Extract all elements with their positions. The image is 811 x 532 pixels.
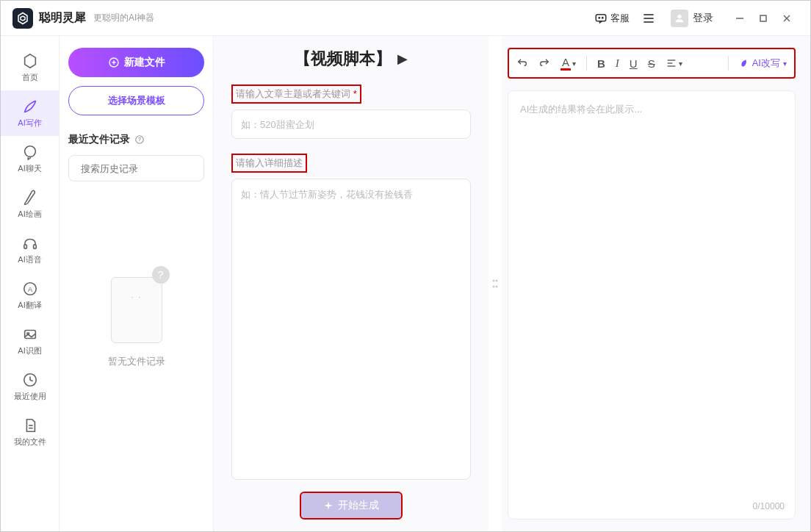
minimize-button[interactable] — [728, 7, 751, 30]
sidebar-item-label: AI翻译 — [18, 300, 41, 311]
sidebar-item-label: 首页 — [22, 72, 38, 83]
bold-button[interactable]: B — [597, 57, 605, 70]
resize-handle[interactable] — [489, 36, 502, 531]
clock-icon — [22, 372, 38, 388]
toolbar-divider — [728, 56, 729, 71]
image-icon — [22, 326, 38, 342]
sidebar-item-paint[interactable]: AI绘画 — [1, 181, 59, 227]
pen-icon — [22, 98, 38, 115]
chat-icon — [594, 12, 608, 25]
svg-point-29 — [496, 280, 498, 282]
underline-button[interactable]: U — [630, 57, 638, 70]
redo-icon — [538, 57, 550, 69]
avatar-icon — [671, 10, 688, 27]
page-title: 【视频脚本】 — [295, 48, 392, 70]
topic-input[interactable] — [231, 109, 471, 139]
generate-label: 开始生成 — [338, 499, 379, 512]
svg-point-30 — [493, 286, 495, 288]
sidebar-item-label: AI聊天 — [18, 163, 41, 174]
sidebar: 首页 AI写作 AI聊天 AI绘画 AI语音 A AI翻译 AI识图 最近使用 — [1, 36, 60, 531]
sidebar-item-files[interactable]: 我的文件 — [1, 409, 59, 455]
brush-icon — [22, 190, 38, 206]
sidebar-item-label: AI识图 — [18, 345, 41, 356]
close-icon — [782, 13, 792, 24]
menu-button[interactable] — [641, 11, 659, 26]
ai-rewrite-label: AI改写 — [752, 57, 780, 70]
align-button[interactable]: ▾ — [666, 57, 682, 69]
svg-rect-8 — [760, 15, 766, 21]
output-placeholder: AI生成的结果将会在此展示... — [520, 103, 783, 116]
italic-button[interactable]: I — [616, 57, 619, 70]
svg-point-1 — [599, 17, 600, 18]
file-panel: 新建文件 选择场景模板 最近文件记录 ? ˙ ˙ ? 暂无文件记录 — [60, 36, 214, 531]
app-title: 聪明灵犀 — [39, 10, 86, 26]
description-textarea[interactable] — [231, 179, 471, 480]
undo-icon — [516, 57, 528, 69]
output-area[interactable]: AI生成的结果将会在此展示... 0/10000 — [508, 90, 796, 520]
recent-files-header: 最近文件记录 ? — [68, 133, 204, 146]
svg-point-2 — [602, 17, 604, 18]
search-box[interactable] — [68, 155, 204, 181]
template-label: 选择场景模板 — [108, 95, 165, 106]
topic-label: 请输入文章主题或者关键词 * — [231, 85, 361, 104]
titlebar: 聪明灵犀 更聪明的AI神器 客服 登录 — [1, 1, 810, 36]
strikethrough-button[interactable]: S — [648, 57, 655, 70]
toolbar-divider — [586, 56, 587, 71]
page-title-row: 【视频脚本】 ▶ — [231, 48, 471, 70]
undo-button[interactable] — [516, 57, 528, 69]
editor-toolbar: A▾ B I U S ▾ AI改写▾ — [508, 48, 796, 79]
sidebar-item-chat[interactable]: AI聊天 — [1, 136, 59, 181]
svg-rect-13 — [33, 244, 36, 248]
plus-icon — [108, 57, 120, 68]
recent-files-title: 最近文件记录 — [68, 133, 130, 146]
center-panel: 【视频脚本】 ▶ 请输入文章主题或者关键词 * 请输入详细描述 开始生成 — [214, 36, 489, 531]
svg-text:?: ? — [138, 137, 141, 142]
app-logo — [12, 8, 33, 29]
new-file-label: 新建文件 — [124, 56, 165, 69]
svg-point-28 — [493, 280, 495, 282]
search-input[interactable] — [81, 163, 204, 174]
sidebar-item-label: 我的文件 — [14, 436, 46, 447]
svg-rect-12 — [24, 244, 26, 248]
empty-illustration: ˙ ˙ ? — [107, 270, 166, 343]
svg-rect-0 — [596, 14, 606, 21]
minimize-icon — [735, 13, 745, 24]
sidebar-item-label: AI绘画 — [18, 209, 41, 220]
sidebar-item-translate[interactable]: A AI翻译 — [1, 273, 59, 318]
sidebar-item-label: 最近使用 — [14, 391, 46, 402]
leaf-icon — [739, 58, 749, 68]
template-button[interactable]: 选择场景模板 — [68, 86, 204, 115]
sidebar-item-label: AI写作 — [18, 118, 41, 129]
sparkle-icon — [323, 500, 334, 511]
maximize-icon — [758, 13, 768, 24]
ai-rewrite-button[interactable]: AI改写▾ — [739, 57, 787, 70]
sidebar-item-recent[interactable]: 最近使用 — [1, 364, 59, 409]
svg-point-6 — [677, 14, 681, 18]
text-color-label: A — [561, 56, 571, 71]
grip-icon — [491, 276, 499, 291]
play-icon[interactable]: ▶ — [397, 51, 408, 67]
home-icon — [22, 53, 38, 69]
empty-state: ˙ ˙ ? 暂无文件记录 — [68, 270, 204, 368]
sidebar-item-label: AI语音 — [18, 254, 41, 265]
sidebar-item-voice[interactable]: AI语音 — [1, 227, 59, 273]
text-color-button[interactable]: A▾ — [561, 56, 576, 71]
help-icon[interactable]: ? — [134, 134, 145, 145]
generate-button[interactable]: 开始生成 — [300, 492, 403, 520]
login-button[interactable]: 登录 — [671, 10, 713, 27]
desc-label: 请输入详细描述 — [231, 154, 307, 173]
close-button[interactable] — [775, 7, 799, 30]
translate-icon: A — [22, 281, 38, 297]
topic-label-text: 请输入文章主题或者关键词 — [236, 88, 350, 99]
support-label: 客服 — [610, 12, 630, 25]
redo-button[interactable] — [538, 57, 550, 69]
support-button[interactable]: 客服 — [594, 12, 630, 25]
char-count: 0/10000 — [753, 501, 785, 511]
sidebar-item-home[interactable]: 首页 — [1, 45, 59, 90]
app-subtitle: 更聪明的AI神器 — [93, 12, 154, 24]
maximize-button[interactable] — [751, 7, 775, 30]
sidebar-item-image[interactable]: AI识图 — [1, 318, 59, 364]
sidebar-item-writing[interactable]: AI写作 — [1, 90, 59, 136]
new-file-button[interactable]: 新建文件 — [68, 48, 204, 77]
align-icon — [666, 57, 677, 69]
